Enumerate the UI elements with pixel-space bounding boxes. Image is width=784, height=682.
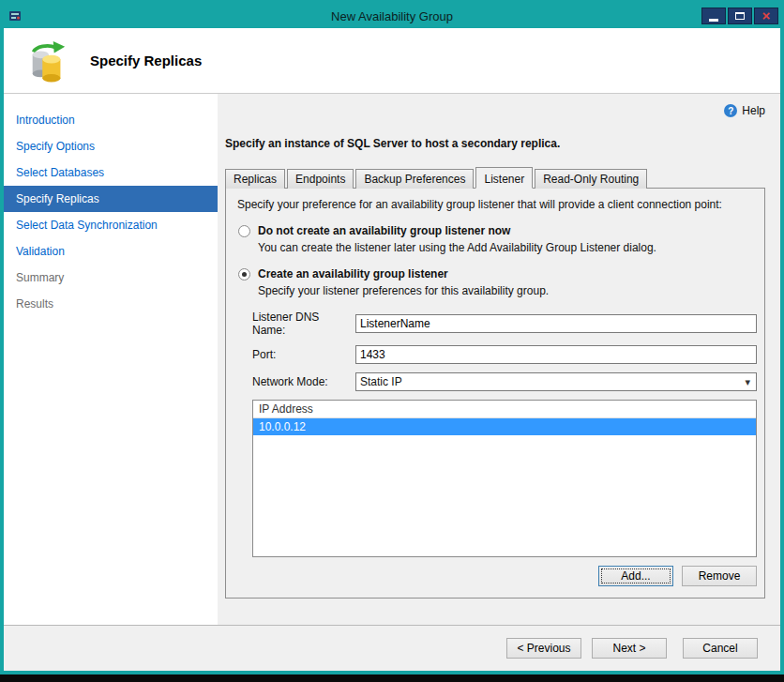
tab-backup-preferences[interactable]: Backup Preferences [355, 169, 474, 189]
sidebar-item-specify-options[interactable]: Specify Options [4, 133, 218, 159]
next-button[interactable]: Next > [592, 638, 667, 659]
minimize-button[interactable] [701, 8, 726, 24]
radio-no-listener-desc: You can create the listener later using … [258, 241, 757, 254]
page-title: Specify Replicas [90, 53, 202, 68]
sidebar-item-introduction[interactable]: Introduction [4, 107, 218, 133]
sidebar-item-select-data-synchronization[interactable]: Select Data Synchronization [4, 212, 218, 238]
network-mode-value: Static IP [360, 375, 402, 388]
titlebar[interactable]: New Availability Group × [4, 4, 780, 28]
add-button[interactable]: Add... [598, 566, 673, 586]
sidebar-item-specify-replicas[interactable]: Specify Replicas [4, 186, 218, 212]
wizard-step-sidebar: Introduction Specify Options Select Data… [4, 94, 218, 625]
dialog-new-availability-group: New Availability Group × Specify Replica… [0, 0, 784, 674]
help-link[interactable]: Help [742, 104, 765, 117]
port-label: Port: [252, 348, 355, 361]
tab-strip: Replicas Endpoints Backup Preferences Li… [225, 169, 765, 189]
wizard-database-icon [26, 39, 69, 83]
sidebar-item-select-databases[interactable]: Select Databases [4, 159, 218, 186]
help-icon: ? [724, 104, 737, 117]
close-icon: × [762, 8, 771, 23]
minimize-icon [709, 19, 718, 22]
chevron-down-icon: ▾ [745, 376, 752, 388]
ip-list-row[interactable]: 10.0.0.12 [253, 418, 756, 435]
ip-list-column-header[interactable]: IP Address [253, 401, 756, 418]
ip-address-list: IP Address 10.0.0.12 [252, 400, 757, 557]
port-input[interactable] [355, 345, 757, 364]
network-mode-select[interactable]: Static IP ▾ [355, 372, 757, 391]
listener-tab-panel: Specify your preference for an availabil… [225, 188, 765, 599]
sidebar-item-validation[interactable]: Validation [4, 238, 218, 265]
network-mode-label: Network Mode: [252, 375, 355, 388]
remove-button[interactable]: Remove [682, 566, 757, 586]
app-icon [8, 8, 23, 23]
window-title: New Availability Group [4, 9, 780, 23]
dns-name-label: Listener DNS Name: [252, 311, 355, 337]
tab-listener[interactable]: Listener [475, 167, 533, 189]
tab-replicas[interactable]: Replicas [225, 169, 285, 189]
wizard-header: Specify Replicas [4, 28, 780, 94]
instruction-text: Specify an instance of SQL Server to hos… [225, 137, 765, 150]
listener-intro-text: Specify your preference for an availabil… [237, 198, 757, 211]
radio-no-listener[interactable] [238, 225, 250, 237]
window-controls: × [701, 8, 780, 24]
close-button[interactable]: × [754, 8, 778, 24]
main-content: ? Help Specify an instance of SQL Server… [218, 94, 780, 625]
radio-create-listener-desc: Specify your listener preferences for th… [258, 284, 757, 297]
sidebar-item-results: Results [4, 291, 218, 317]
maximize-button[interactable] [728, 8, 752, 24]
wizard-footer: < Previous Next > Cancel [4, 625, 780, 671]
desktop-background-strip [0, 674, 784, 682]
tab-read-only-routing[interactable]: Read-Only Routing [535, 169, 647, 189]
tab-endpoints[interactable]: Endpoints [287, 169, 354, 189]
radio-create-listener-label[interactable]: Create an availability group listener [258, 267, 448, 280]
previous-button[interactable]: < Previous [506, 638, 581, 659]
maximize-icon [735, 12, 745, 20]
listener-form: Listener DNS Name: Port: Network Mode: S… [252, 311, 757, 391]
sidebar-item-summary: Summary [4, 265, 218, 291]
radio-no-listener-label[interactable]: Do not create an availability group list… [258, 224, 510, 237]
dns-name-input[interactable] [355, 314, 757, 333]
cancel-button[interactable]: Cancel [683, 638, 758, 659]
radio-create-listener[interactable] [238, 268, 250, 280]
